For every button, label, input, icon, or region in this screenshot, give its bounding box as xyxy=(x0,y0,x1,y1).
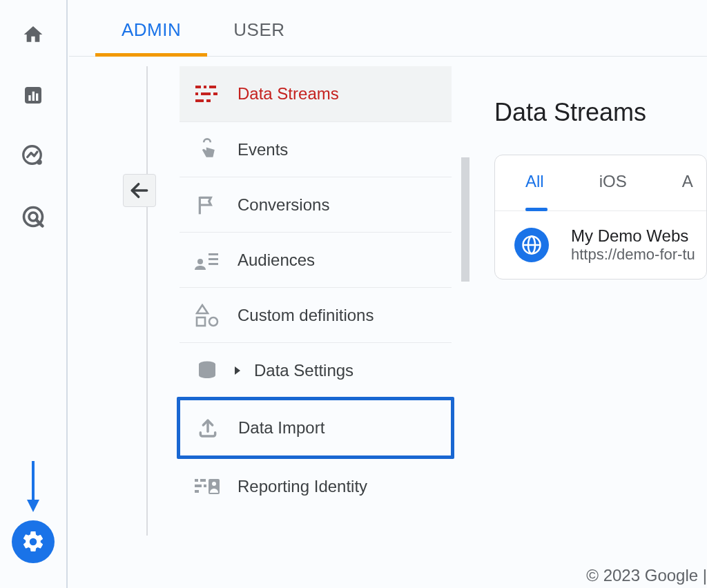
svg-rect-15 xyxy=(195,92,198,95)
svg-point-27 xyxy=(209,317,217,326)
page-title: Data Streams xyxy=(494,98,707,127)
left-nav-rail xyxy=(0,0,68,588)
menu-label: Reporting Identity xyxy=(238,477,367,496)
svg-rect-18 xyxy=(195,99,204,102)
upload-icon xyxy=(195,415,220,440)
back-button[interactable] xyxy=(123,174,156,207)
menu-label: Custom definitions xyxy=(238,306,374,325)
web-icon xyxy=(514,228,549,262)
svg-rect-34 xyxy=(204,484,206,487)
advertising-icon[interactable] xyxy=(19,203,47,231)
svg-rect-2 xyxy=(32,92,35,101)
svg-rect-3 xyxy=(36,93,38,101)
flag-icon xyxy=(195,193,220,217)
svg-marker-25 xyxy=(197,305,208,313)
audiences-icon xyxy=(195,248,220,273)
expand-arrow-icon xyxy=(233,361,243,380)
shapes-icon xyxy=(195,303,220,328)
svg-rect-1 xyxy=(28,95,30,101)
svg-rect-16 xyxy=(201,92,211,95)
stream-name: My Demo Webs xyxy=(571,226,695,246)
menu-label: Data Import xyxy=(238,418,325,438)
admin-gear-button[interactable] xyxy=(12,520,55,563)
stream-tab-all[interactable]: All xyxy=(525,172,544,205)
menu-label: Audiences xyxy=(238,251,315,270)
tab-indicator xyxy=(525,208,548,211)
svg-rect-12 xyxy=(195,86,201,88)
menu-conversions[interactable]: Conversions xyxy=(180,177,452,232)
menu-custom-definitions[interactable]: Custom definitions xyxy=(180,287,452,342)
svg-rect-33 xyxy=(195,484,202,487)
svg-rect-26 xyxy=(197,317,205,326)
identity-icon xyxy=(195,474,220,499)
svg-rect-17 xyxy=(213,92,217,95)
svg-rect-35 xyxy=(195,490,199,493)
menu-label: Conversions xyxy=(238,195,329,215)
svg-rect-32 xyxy=(200,479,206,482)
home-icon[interactable] xyxy=(19,21,47,48)
menu-audiences[interactable]: Audiences xyxy=(180,232,452,287)
svg-rect-13 xyxy=(204,86,206,88)
indicator-arrow-icon xyxy=(25,458,41,516)
svg-point-21 xyxy=(197,259,203,264)
svg-rect-19 xyxy=(206,99,211,102)
stream-tab-android[interactable]: A xyxy=(682,172,693,205)
svg-rect-24 xyxy=(209,263,218,265)
stream-tab-ios[interactable]: iOS xyxy=(599,172,627,205)
tab-admin[interactable]: ADMIN xyxy=(95,19,207,56)
menu-label: Data Streams xyxy=(238,84,339,104)
menu-label: Events xyxy=(238,140,288,159)
svg-point-37 xyxy=(212,482,216,486)
svg-rect-31 xyxy=(195,479,198,482)
property-menu: Data Streams Events Conversions Audience… xyxy=(180,66,452,513)
svg-rect-23 xyxy=(209,258,218,260)
menu-data-import[interactable]: Data Import xyxy=(177,397,454,459)
menu-reporting-identity[interactable]: Reporting Identity xyxy=(180,458,452,513)
stream-tabs: All iOS A xyxy=(495,155,706,211)
database-icon xyxy=(195,358,220,383)
svg-marker-10 xyxy=(27,500,39,512)
svg-marker-29 xyxy=(235,366,240,375)
main-content: Data Streams All iOS A My Demo Webs http… xyxy=(494,98,707,280)
scrollbar-thumb[interactable] xyxy=(461,157,469,282)
menu-data-streams[interactable]: Data Streams xyxy=(180,66,452,121)
menu-events[interactable]: Events xyxy=(180,121,452,177)
stream-info: My Demo Webs https://demo-for-tu xyxy=(571,226,695,264)
explore-icon[interactable] xyxy=(19,142,47,170)
menu-data-settings[interactable]: Data Settings xyxy=(180,342,452,398)
svg-rect-22 xyxy=(209,253,218,255)
svg-rect-14 xyxy=(209,86,216,88)
reports-icon[interactable] xyxy=(19,81,47,109)
stream-url: https://demo-for-tu xyxy=(571,246,695,264)
touch-icon xyxy=(195,137,220,162)
stream-row[interactable]: My Demo Webs https://demo-for-tu xyxy=(495,211,706,279)
tab-user[interactable]: USER xyxy=(207,19,311,56)
svg-point-5 xyxy=(37,159,42,165)
data-streams-icon xyxy=(195,81,220,106)
streams-card: All iOS A My Demo Webs https://demo-for-… xyxy=(494,155,707,280)
vertical-divider xyxy=(146,66,148,536)
footer-text: © 2023 Google | xyxy=(494,566,707,585)
top-tab-bar: ADMIN USER xyxy=(69,0,707,57)
menu-label: Data Settings xyxy=(254,361,354,380)
